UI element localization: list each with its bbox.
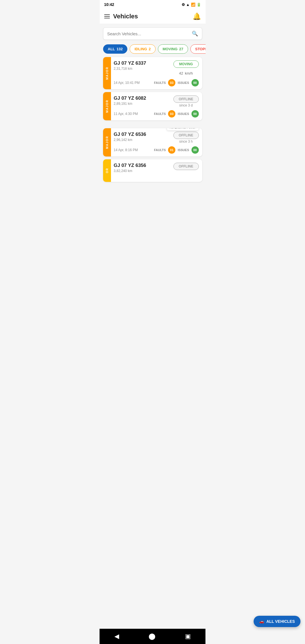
- tab-moving-label: MOVING: [163, 47, 178, 51]
- wifi-icon: ▲: [186, 3, 190, 7]
- card-top-v4: GJ 07 YZ 6356 3,82,240 km OFFLINE: [114, 163, 199, 173]
- card-side-label-v1: MAJOR: [103, 57, 111, 89]
- card-footer-v1: 14 Apr, 10:41 PM FAULTS 03 ISSUES 00: [114, 79, 199, 86]
- vehicle-list: MAJOR GJ 07 YZ 6337 2,31,718 km MOVING 4…: [100, 56, 206, 204]
- status-badge-v2: OFFLINE: [173, 95, 199, 103]
- vehicle-name-v3: GJ 07 YZ 6536: [114, 132, 146, 137]
- faults-issues-v2: FAULTS 03 ISSUES 00: [154, 110, 199, 118]
- card-top-v3: GJ 07 YZ 6536 2,96,142 km OFFLINE since …: [114, 132, 199, 143]
- tab-idling-label: IDLING: [134, 47, 147, 51]
- issues-label-v3: ISSUES: [178, 148, 189, 152]
- status-bar: 10:42 ⚙ ▲ 📶 🔋: [100, 0, 206, 9]
- card-tooltip-v3: No External Power: [167, 128, 199, 130]
- header-left: Vehicles: [104, 13, 138, 20]
- card-side-label-v2: MAJOR: [103, 92, 111, 120]
- search-input[interactable]: [107, 31, 192, 36]
- issues-badge-v1: 00: [191, 79, 199, 86]
- vehicle-km-v2: 2,89,191 km: [114, 102, 146, 106]
- faults-issues-v1: FAULTS 03 ISSUES 00: [154, 79, 199, 86]
- vehicle-date-v3: 14 Apr, 8:16 PM: [114, 148, 138, 152]
- status-time: 10:42: [104, 2, 114, 7]
- vehicle-speed-v1: 42 km/h: [173, 69, 199, 76]
- tab-idling[interactable]: IDLING 2: [130, 44, 155, 54]
- page-title: Vehicles: [113, 13, 138, 20]
- tab-stopped[interactable]: STOPPED 4: [190, 44, 206, 54]
- faults-badge-v2: 03: [168, 110, 175, 118]
- faults-label-v1: FAULTS: [154, 81, 166, 84]
- tab-idling-count: 2: [149, 47, 151, 51]
- vehicle-name-v1: GJ 07 YZ 6337: [114, 60, 146, 66]
- card-content-v3: GJ 07 YZ 6536 2,96,142 km OFFLINE since …: [111, 128, 202, 156]
- filter-tabs: ALL 132 IDLING 2 MOVING 27 STOPPED 4: [100, 42, 206, 56]
- tab-stopped-label: STOPPED: [195, 47, 206, 51]
- card-side-label-v3: MAJOR: [103, 128, 111, 156]
- issues-label-v1: ISSUES: [178, 81, 189, 84]
- settings-icon: ⚙: [182, 3, 185, 7]
- card-top-v2: GJ 07 YZ 6082 2,89,191 km OFFLINE since …: [114, 95, 199, 107]
- issues-badge-v3: 00: [191, 146, 199, 154]
- tab-all[interactable]: ALL 132: [103, 44, 128, 54]
- status-badge-v4: OFFLINE: [173, 163, 199, 170]
- vehicle-name-v4: GJ 07 YZ 6356: [114, 163, 146, 168]
- faults-badge-v1: 03: [168, 79, 175, 86]
- faults-label-v3: FAULTS: [154, 148, 166, 152]
- search-bar: 🔍: [103, 27, 202, 40]
- status-badge-v3: OFFLINE: [173, 132, 199, 139]
- issues-badge-v2: 00: [191, 110, 199, 118]
- vehicle-date-v2: 11 Apr, 4:30 PM: [114, 112, 138, 116]
- vehicle-km-v1: 2,31,718 km: [114, 67, 146, 71]
- battery-icon: 🔋: [197, 3, 201, 7]
- card-top-v1: GJ 07 YZ 6337 2,31,718 km MOVING 42 km/h: [114, 60, 199, 76]
- vehicle-since-v3: since 3 h: [173, 140, 199, 143]
- faults-label-v2: FAULTS: [154, 112, 166, 116]
- vehicle-date-v1: 14 Apr, 10:41 PM: [114, 81, 140, 85]
- tab-moving[interactable]: MOVING 27: [158, 44, 188, 54]
- tab-all-label: ALL: [108, 47, 115, 51]
- issues-label-v2: ISSUES: [178, 112, 189, 116]
- faults-issues-v3: FAULTS 01 ISSUES 00: [154, 146, 199, 154]
- card-content-v4: GJ 07 YZ 6356 3,82,240 km OFFLINE: [111, 159, 202, 182]
- card-side-label-v4: OR: [103, 159, 111, 182]
- vehicle-card-v2[interactable]: MAJOR GJ 07 YZ 6082 2,89,191 km OFFLINE …: [103, 92, 202, 120]
- faults-badge-v3: 01: [168, 146, 175, 154]
- vehicle-card-v3[interactable]: No External Power MAJOR GJ 07 YZ 6536 2,…: [103, 128, 202, 156]
- card-footer-v2: 11 Apr, 4:30 PM FAULTS 03 ISSUES 00: [114, 110, 199, 118]
- vehicle-since-v2: since 3 d: [173, 103, 199, 107]
- header: Vehicles 🔔: [100, 9, 206, 24]
- vehicle-name-v2: GJ 07 YZ 6082: [114, 95, 146, 101]
- card-footer-v3: 14 Apr, 8:16 PM FAULTS 01 ISSUES 00: [114, 146, 199, 154]
- signal-icon: 📶: [191, 3, 195, 7]
- vehicle-km-v3: 2,96,142 km: [114, 138, 146, 142]
- vehicle-km-v4: 3,82,240 km: [114, 169, 146, 173]
- vehicle-card-v4[interactable]: OR GJ 07 YZ 6356 3,82,240 km OFFLINE: [103, 159, 202, 182]
- menu-button[interactable]: [104, 14, 110, 18]
- vehicle-card-v1[interactable]: MAJOR GJ 07 YZ 6337 2,31,718 km MOVING 4…: [103, 57, 202, 89]
- card-content-v2: GJ 07 YZ 6082 2,89,191 km OFFLINE since …: [111, 92, 202, 120]
- status-badge-v1: MOVING: [173, 60, 199, 68]
- tab-all-count: 132: [117, 47, 123, 51]
- status-icons: ⚙ ▲ 📶 🔋: [182, 3, 201, 7]
- bell-icon[interactable]: 🔔: [193, 12, 201, 20]
- card-content-v1: GJ 07 YZ 6337 2,31,718 km MOVING 42 km/h…: [111, 57, 202, 89]
- search-icon: 🔍: [192, 31, 198, 37]
- tab-moving-count: 27: [179, 47, 183, 51]
